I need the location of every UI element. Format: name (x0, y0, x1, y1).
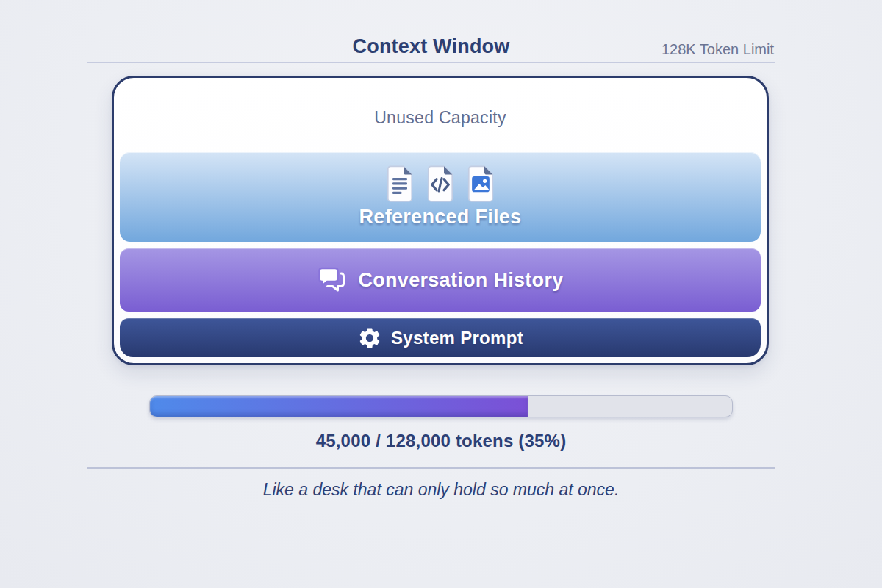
section-system-prompt: System Prompt (120, 318, 761, 357)
chat-bubbles-icon (317, 266, 348, 294)
header: Context Window 128K Token Limit (87, 32, 775, 63)
context-window-box: Unused Capacity (112, 76, 769, 365)
unused-capacity-label: Unused Capacity (374, 108, 506, 128)
text-file-icon (385, 165, 415, 202)
token-usage-label: 45,000 / 128,000 tokens (35%) (0, 431, 882, 451)
referenced-files-label: Referenced Files (359, 206, 522, 229)
file-icons-row (385, 165, 495, 202)
usage-bar-fill (150, 396, 528, 417)
section-conversation-history: Conversation History (120, 248, 761, 312)
code-file-icon (426, 165, 455, 202)
unused-capacity-area: Unused Capacity (120, 84, 761, 152)
gear-icon (357, 326, 382, 351)
image-file-icon (466, 165, 495, 202)
footer-divider (87, 467, 775, 469)
analogy-caption: Like a desk that can only hold so much a… (0, 480, 882, 500)
conversation-history-label: Conversation History (358, 269, 563, 292)
system-prompt-label: System Prompt (391, 328, 523, 348)
token-usage-bar (149, 395, 733, 417)
token-limit-label: 128K Token Limit (662, 41, 774, 58)
section-referenced-files: Referenced Files (120, 152, 761, 242)
